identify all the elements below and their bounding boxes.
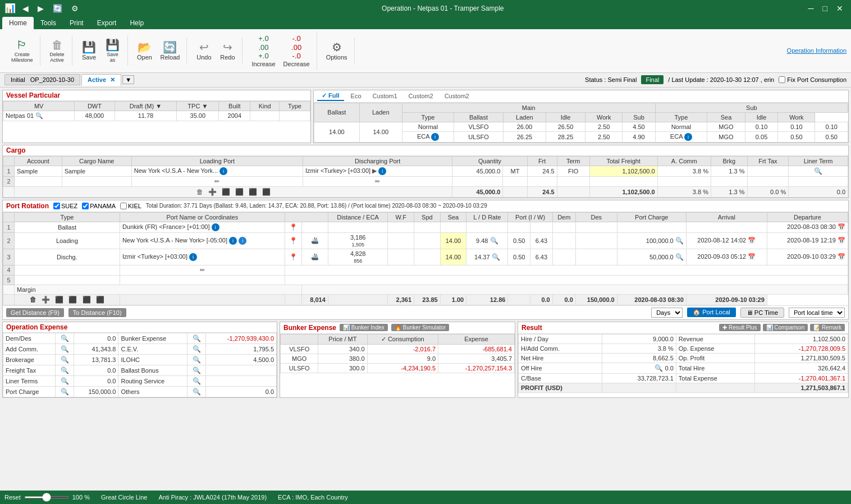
port-btn4[interactable]: ⬛: [67, 295, 79, 304]
tab-help[interactable]: Help: [123, 17, 150, 29]
port-add-btn[interactable]: ➕: [40, 295, 52, 304]
port2-ship-icon[interactable]: 🚢: [311, 237, 319, 244]
cons-tab-full[interactable]: ✓ Full: [317, 91, 344, 101]
liner-term-search[interactable]: 🔍: [814, 167, 822, 175]
increase-button[interactable]: +.0.00+.0 Increase: [248, 33, 278, 69]
refresh-btn[interactable]: 🔄: [51, 3, 65, 14]
tab-export[interactable]: Export: [90, 17, 123, 29]
port3-search[interactable]: 🔍: [492, 253, 500, 261]
final-button[interactable]: Final: [641, 75, 664, 84]
port2-info2-icon[interactable]: i: [239, 237, 246, 245]
tab-home[interactable]: Home: [2, 17, 34, 29]
port2-cal-icon[interactable]: 📅: [838, 237, 845, 244]
others-search[interactable]: 🔍: [193, 388, 201, 396]
tab-tools[interactable]: Tools: [34, 17, 63, 29]
port3-map-icon[interactable]: 📍: [289, 253, 298, 261]
reset-button[interactable]: Reset: [4, 494, 21, 501]
loading-info-icon[interactable]: i: [219, 167, 227, 175]
freighttax-search[interactable]: 🔍: [61, 366, 69, 374]
kiel-checkbox[interactable]: [120, 203, 127, 209]
initial-tab[interactable]: Initial OP_2020-10-30: [4, 74, 80, 85]
port2-charge-search[interactable]: 🔍: [675, 237, 684, 245]
fix-port-consumption-checkbox[interactable]: [779, 76, 785, 83]
brokerage-search[interactable]: 🔍: [61, 356, 69, 364]
tab-print[interactable]: Print: [63, 17, 90, 29]
cargo-delete-btn[interactable]: 🗑: [195, 187, 205, 196]
offhire-search[interactable]: 🔍: [655, 364, 663, 372]
settings-btn[interactable]: ⚙: [69, 3, 81, 14]
loading-edit-icon[interactable]: ✏: [214, 178, 219, 185]
port3-info-icon[interactable]: i: [189, 253, 197, 261]
zoom-slider[interactable]: [24, 496, 69, 498]
undo-button[interactable]: ↩ Undo: [193, 39, 215, 62]
maximize-btn[interactable]: □: [820, 3, 831, 14]
discharging-edit-icon[interactable]: ✏: [375, 178, 380, 185]
port2-info-icon[interactable]: i: [229, 237, 237, 245]
discharge-arrow-icon[interactable]: ▶: [372, 167, 377, 174]
dem-des-search[interactable]: 🔍: [61, 335, 69, 342]
cargo-btn4[interactable]: ⬛: [234, 187, 245, 196]
bunker-search[interactable]: 🔍: [193, 335, 201, 342]
suez-checkbox[interactable]: [53, 203, 60, 209]
port2-search[interactable]: 🔍: [490, 237, 498, 245]
open-button[interactable]: 📂 Open: [134, 39, 156, 62]
get-distance-button[interactable]: Get Distance (F9): [6, 308, 64, 317]
port-btn5[interactable]: ⬛: [81, 295, 93, 304]
redo-button[interactable]: ↪ Redo: [216, 39, 239, 62]
cargo-add-btn[interactable]: ➕: [207, 187, 218, 196]
operation-information-link[interactable]: Operation Information: [787, 47, 847, 54]
pc-time-button[interactable]: 🖥 PC Time: [740, 308, 784, 318]
linerterms-search[interactable]: 🔍: [61, 377, 69, 385]
port-local-button[interactable]: 🏠 Port Local: [687, 308, 736, 317]
cons-tab-eco[interactable]: Eco: [346, 92, 366, 100]
forward-btn[interactable]: ▶: [35, 3, 46, 14]
reload-button[interactable]: 🔄 Reload: [157, 39, 184, 62]
save-as-button[interactable]: 💾 Saveas: [102, 36, 124, 65]
port3-arrival-cal[interactable]: 📅: [748, 253, 756, 260]
cons-tab-custom1[interactable]: Custom1: [368, 92, 402, 100]
days-select[interactable]: Days: [651, 308, 683, 318]
comparison-button[interactable]: 📊 Comparison: [763, 324, 808, 331]
discharging-info-icon[interactable]: i: [378, 167, 386, 175]
active-tab-close[interactable]: ✕: [110, 76, 115, 83]
port-btn3[interactable]: ⬛: [53, 295, 65, 304]
port1-map-icon[interactable]: 📍: [289, 223, 298, 231]
minimize-btn[interactable]: ─: [805, 3, 817, 14]
cons-tab-custom2a[interactable]: Custom2: [404, 92, 438, 100]
cev-search[interactable]: 🔍: [193, 345, 201, 353]
portcharge-search[interactable]: 🔍: [61, 388, 69, 396]
port3-cal-icon[interactable]: 📅: [838, 253, 845, 260]
active-tab[interactable]: Active ✕: [81, 74, 121, 86]
port3-charge-search[interactable]: 🔍: [675, 253, 684, 261]
back-btn[interactable]: ◀: [20, 3, 31, 14]
ballastbonus-search[interactable]: 🔍: [193, 366, 201, 374]
ilohc-search[interactable]: 🔍: [193, 356, 201, 364]
eca-info-icon[interactable]: i: [431, 133, 439, 141]
options-button[interactable]: ⚙ Options: [323, 39, 351, 62]
to-distance-button[interactable]: To Distance (F10): [68, 308, 126, 317]
cargo-btn6[interactable]: ⬛: [260, 187, 272, 196]
port-delete-btn[interactable]: 🗑: [28, 295, 38, 304]
port1-cal-icon[interactable]: 📅: [838, 223, 845, 230]
cargo-btn5[interactable]: ⬛: [247, 187, 259, 196]
port2-map-icon[interactable]: 📍: [289, 237, 298, 245]
port2-arrival-cal[interactable]: 📅: [748, 237, 756, 244]
port-local-time-select[interactable]: Port local time: [789, 308, 845, 318]
port-btn6[interactable]: ⬛: [94, 295, 106, 304]
vessel-search-icon[interactable]: 🔍: [35, 112, 43, 119]
port3-ship-icon[interactable]: 🚢: [311, 253, 319, 260]
remark-button[interactable]: 📝 Remark: [810, 324, 845, 331]
save-button[interactable]: 💾 Save: [78, 39, 100, 62]
cargo-btn3[interactable]: ⬛: [220, 187, 232, 196]
bunker-index-button[interactable]: 📊 Bunker Index: [340, 324, 388, 331]
create-milestone-button[interactable]: 🏳 CreateMilestone: [8, 37, 36, 65]
bunker-simulator-button[interactable]: 🔥 Bunker Simulator: [391, 324, 449, 331]
close-btn[interactable]: ✕: [833, 3, 847, 14]
port4-edit-icon[interactable]: ✏: [200, 267, 205, 274]
port1-info-icon[interactable]: i: [212, 223, 219, 231]
cons-tab-custom2b[interactable]: Custom2: [440, 92, 474, 100]
routing-search[interactable]: 🔍: [193, 377, 201, 385]
delete-active-button[interactable]: 🗑 DeleteActive: [46, 37, 68, 65]
addcomm-search[interactable]: 🔍: [61, 345, 69, 353]
new-tab-btn[interactable]: ▼: [122, 75, 134, 84]
